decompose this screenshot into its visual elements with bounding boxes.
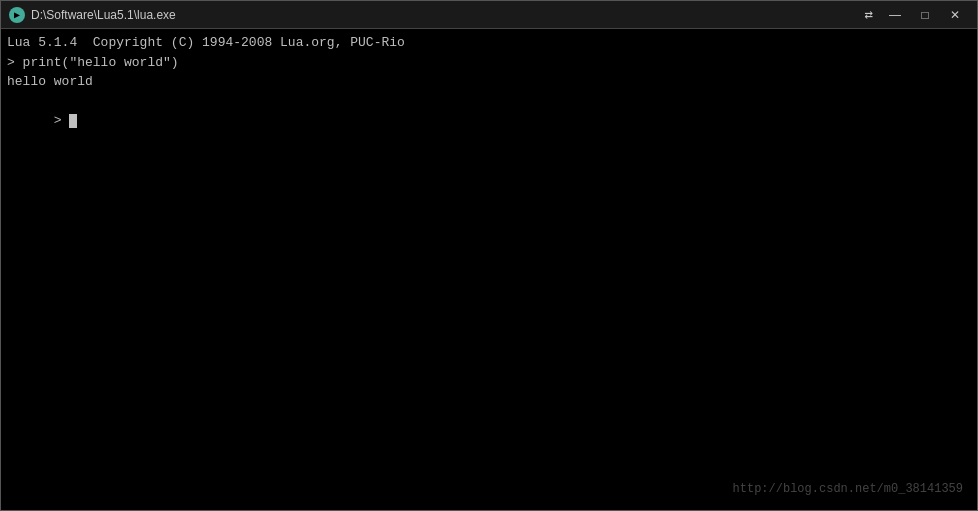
- window-controls: — □ ✕: [881, 4, 969, 26]
- maximize-button[interactable]: □: [911, 4, 939, 26]
- terminal-line-2: > print("hello world"): [7, 53, 971, 73]
- refresh-icon[interactable]: ⇄: [865, 6, 873, 23]
- cursor: [69, 114, 77, 128]
- app-icon: ▶: [9, 7, 25, 23]
- terminal-line-3: hello world: [7, 72, 971, 92]
- title-bar: ▶ D:\Software\Lua5.1\lua.exe ⇄ — □ ✕: [1, 1, 977, 29]
- minimize-button[interactable]: —: [881, 4, 909, 26]
- terminal-line-4: >: [7, 92, 971, 151]
- title-bar-left: ▶ D:\Software\Lua5.1\lua.exe: [9, 7, 176, 23]
- terminal-line-1: Lua 5.1.4 Copyright (C) 1994-2008 Lua.or…: [7, 33, 971, 53]
- watermark: http://blog.csdn.net/m0_38141359: [733, 482, 963, 496]
- close-button[interactable]: ✕: [941, 4, 969, 26]
- window: ▶ D:\Software\Lua5.1\lua.exe ⇄ — □ ✕ Lua…: [0, 0, 978, 511]
- title-bar-path: D:\Software\Lua5.1\lua.exe: [31, 8, 176, 22]
- terminal-body[interactable]: Lua 5.1.4 Copyright (C) 1994-2008 Lua.or…: [1, 29, 977, 510]
